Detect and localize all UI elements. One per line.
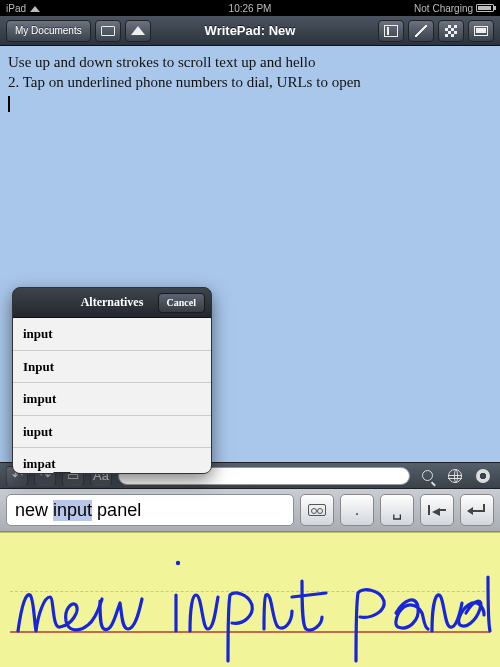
panel-button[interactable] [378,20,404,42]
broadcast-icon [131,26,145,36]
handwriting-strokes [0,533,500,667]
return-button[interactable] [460,494,494,526]
status-time: 10:26 PM [0,3,500,14]
period-label: . [355,501,359,519]
alt-item[interactable]: impat [13,448,211,473]
mail-icon [101,26,115,36]
pen-button[interactable] [408,20,434,42]
compose-button[interactable] [468,20,494,42]
space-label: ␣ [392,501,402,520]
document-area[interactable]: Use up and down strokes to scroll text u… [0,46,500,462]
tab-button[interactable] [420,494,454,526]
popover-title: Alternatives [81,294,144,310]
cancel-label: Cancel [167,296,196,310]
recognition-bar: new input panel . ␣ [0,489,500,532]
alt-item[interactable]: imput [13,383,211,416]
mail-button[interactable] [95,20,121,42]
popover-header: Alternatives Cancel [13,288,211,318]
cassette-icon [308,504,326,516]
popover-arrow-icon [53,472,71,474]
alt-item[interactable]: input [13,318,211,351]
word-1-selected[interactable]: input [53,500,92,521]
period-button[interactable]: . [340,494,374,526]
back-button[interactable]: My Documents [6,20,91,42]
grid-button[interactable] [438,20,464,42]
status-bar: iPad 10:26 PM Not Charging [0,0,500,16]
word-2[interactable]: panel [97,500,141,521]
nav-bar: My Documents WritePad: New [0,16,500,46]
svg-point-0 [176,561,180,565]
voice-button[interactable] [300,494,334,526]
battery-icon [476,4,494,12]
settings-button[interactable] [472,466,494,486]
back-label: My Documents [15,25,82,36]
recognized-text[interactable]: new input panel [6,494,294,526]
tab-icon [428,505,446,515]
web-button[interactable] [444,466,466,486]
grid-icon [445,25,457,37]
word-0[interactable]: new [15,500,48,521]
globe-icon [448,469,462,483]
search-icon [422,470,433,481]
pen-icon [415,25,427,37]
search-button[interactable] [416,466,438,486]
share-button[interactable] [125,20,151,42]
compose-icon [474,26,488,36]
panel-icon [384,25,398,37]
alternatives-list: input Input imput iuput impat [13,318,211,473]
alternatives-popover: Alternatives Cancel input Input imput iu… [12,287,212,474]
return-icon [469,504,485,516]
alt-item[interactable]: Input [13,351,211,384]
gear-icon [476,469,490,483]
text-line-1: Use up and down strokes to scroll text u… [8,52,492,72]
handwriting-panel[interactable] [0,532,500,667]
text-line-2: 2. Tap on underlined phone numbers to di… [8,72,492,92]
alt-item[interactable]: iuput [13,416,211,449]
text-cursor [8,96,10,112]
cancel-button[interactable]: Cancel [158,293,205,313]
space-button[interactable]: ␣ [380,494,414,526]
